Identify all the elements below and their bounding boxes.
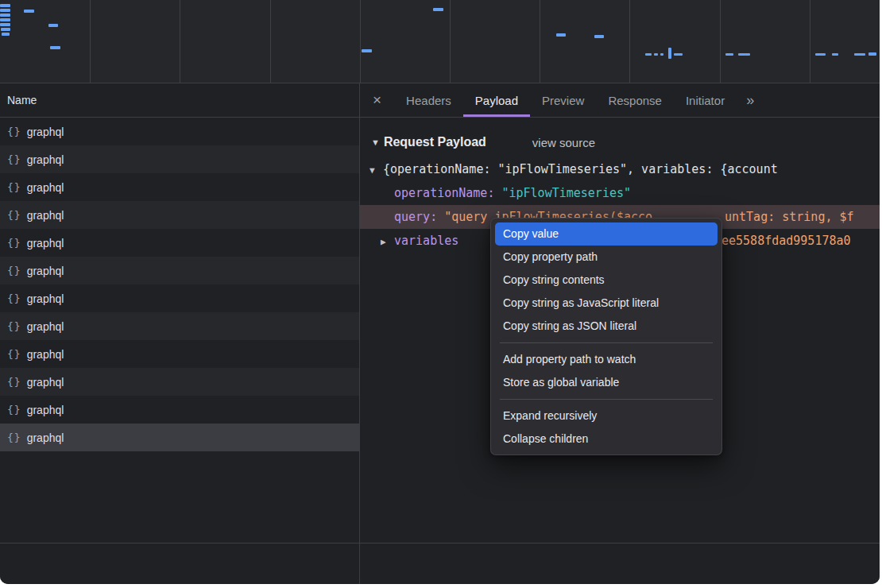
network-request-row[interactable]: {}graphql (0, 368, 359, 396)
timeline-bar (738, 53, 750, 56)
network-request-row[interactable]: {}graphql (0, 201, 359, 229)
request-rows: {}graphql{}graphql{}graphql{}graphql{}gr… (0, 118, 359, 451)
property-value-fragment: untTag: string, $f (725, 205, 854, 229)
context-menu: Copy valueCopy property pathCopy string … (490, 218, 722, 455)
timeline-bar (0, 18, 10, 21)
request-name: graphql (27, 181, 64, 194)
timeline-bar (0, 23, 10, 26)
request-name: graphql (27, 153, 64, 166)
close-icon[interactable]: × (360, 83, 394, 117)
timeline-bar (832, 53, 838, 56)
payload-summary-row[interactable]: ▼{operationName: "ipFlowTimeseries", var… (360, 157, 880, 181)
expand-arrow-icon[interactable]: ▶ (381, 230, 394, 253)
request-payload-header: ▼ Request Payload view source (360, 130, 880, 154)
request-name: graphql (27, 404, 64, 416)
more-tabs-icon[interactable]: » (737, 83, 763, 117)
timeline-bar (50, 46, 60, 49)
grid-line (270, 0, 271, 83)
json-braces-icon: {} (7, 209, 21, 221)
menu-item-copy-string-contents[interactable]: Copy string contents (495, 269, 718, 292)
grid-line (720, 0, 721, 83)
property-key: operationName: (394, 186, 501, 200)
name-column-label: Name (7, 94, 37, 106)
menu-item-copy-value[interactable]: Copy value (495, 222, 718, 246)
menu-separator (500, 342, 713, 343)
timeline-bar (0, 9, 10, 12)
payload-row-operationname[interactable]: operationName: "ipFlowTimeseries" (360, 181, 880, 205)
json-braces-icon: {} (7, 265, 21, 277)
network-request-row[interactable]: {}graphql (0, 257, 359, 284)
bottom-divider (0, 543, 880, 544)
json-braces-icon: {} (7, 431, 21, 443)
json-braces-icon: {} (7, 181, 21, 193)
network-request-row[interactable]: {}graphql (0, 173, 359, 201)
network-request-row[interactable]: {}graphql (0, 145, 359, 173)
json-braces-icon: {} (7, 237, 21, 249)
timeline-bar (48, 24, 58, 27)
timeline-bar (660, 53, 663, 56)
request-name: graphql (27, 348, 64, 361)
request-name: graphql (27, 126, 64, 138)
request-name: graphql (27, 265, 64, 277)
grid-line (629, 0, 630, 83)
view-source-link[interactable]: view source (532, 136, 595, 149)
menu-item-copy-string-as-javascript-literal[interactable]: Copy string as JavaScript literal (495, 292, 718, 315)
request-name: graphql (27, 320, 64, 333)
name-column-header[interactable]: Name (0, 83, 359, 118)
request-name: graphql (27, 376, 64, 389)
json-braces-icon: {} (7, 320, 21, 332)
menu-separator (500, 399, 713, 400)
json-braces-icon: {} (7, 292, 21, 304)
expand-arrow-icon[interactable]: ▼ (369, 159, 383, 181)
request-name: graphql (27, 237, 64, 250)
property-value: "ipFlowTimeseries" (501, 186, 631, 200)
menu-item-collapse-children[interactable]: Collapse children (495, 427, 718, 451)
payload-summary-text: {operationName: "ipFlowTimeseries", vari… (383, 162, 778, 176)
timeline-bar (674, 53, 683, 56)
json-braces-icon: {} (7, 348, 21, 360)
tab-payload[interactable]: Payload (463, 83, 530, 117)
timeline-bar (0, 4, 10, 7)
network-request-row[interactable]: {}graphql (0, 312, 359, 340)
timeline-bar (362, 49, 372, 52)
grid-line (90, 0, 91, 83)
network-overview-timeline[interactable] (0, 0, 880, 83)
network-request-row[interactable]: {}graphql (0, 118, 359, 145)
network-request-row[interactable]: {}graphql (0, 229, 359, 257)
network-request-list-panel: Name {}graphql{}graphql{}graphql{}graphq… (0, 83, 360, 584)
grid-line (540, 0, 540, 83)
timeline-bar (725, 53, 733, 56)
network-request-row[interactable]: {}graphql (0, 424, 359, 451)
timeline-bar (868, 52, 876, 56)
tab-response[interactable]: Response (596, 83, 674, 117)
network-request-row[interactable]: {}graphql (0, 340, 359, 368)
network-request-row[interactable]: {}graphql (0, 396, 359, 424)
tab-headers[interactable]: Headers (394, 83, 463, 117)
request-name: graphql (27, 431, 64, 444)
collapse-triangle-icon[interactable]: ▼ (371, 137, 380, 147)
timeline-bar (0, 14, 10, 17)
timeline-bar (433, 8, 443, 11)
timeline-bar (654, 53, 658, 56)
grid-line (180, 0, 180, 83)
property-key: variables (394, 234, 458, 248)
menu-item-add-property-path-to-watch[interactable]: Add property path to watch (495, 348, 718, 371)
menu-item-copy-string-as-json-literal[interactable]: Copy string as JSON literal (495, 315, 718, 338)
network-request-row[interactable]: {}graphql (0, 284, 359, 312)
tab-initiator[interactable]: Initiator (674, 83, 737, 117)
grid-line (450, 0, 451, 83)
grid-line (360, 0, 361, 83)
request-name: graphql (27, 292, 64, 305)
timeline-bar (24, 10, 34, 13)
tab-preview[interactable]: Preview (530, 83, 596, 117)
timeline-bar (668, 48, 671, 59)
menu-item-expand-recursively[interactable]: Expand recursively (495, 404, 718, 427)
json-braces-icon: {} (7, 126, 21, 137)
grid-line (810, 0, 810, 83)
timeline-bar (594, 35, 604, 38)
menu-item-store-as-global-variable[interactable]: Store as global variable (495, 371, 718, 394)
details-tab-bar: × HeadersPayloadPreviewResponseInitiator… (360, 83, 880, 118)
menu-item-copy-property-path[interactable]: Copy property path (495, 246, 718, 269)
property-value-fragment: ee5588fdad995178a0 (721, 229, 851, 253)
json-braces-icon: {} (7, 153, 21, 165)
